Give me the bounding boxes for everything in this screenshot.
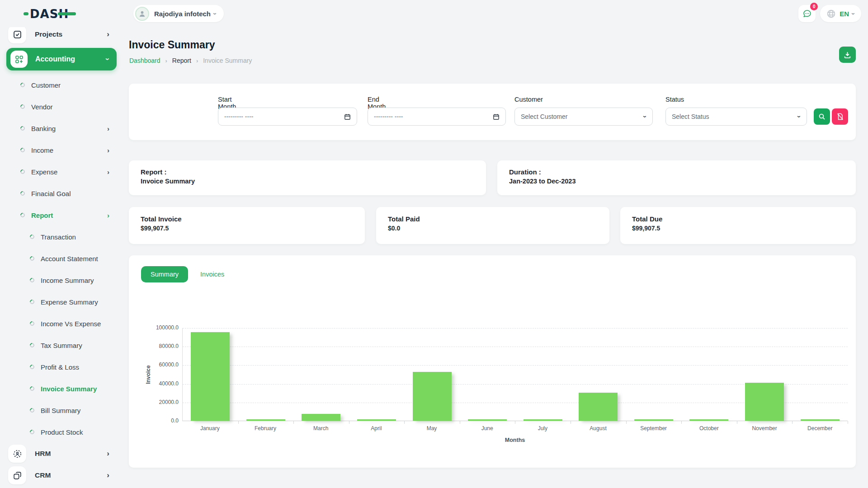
tab-invoices[interactable]: Invoices [200,271,224,278]
sidebar-item-expense[interactable]: Expense › [0,161,123,183]
sidebar-item-tax-summary[interactable]: Tax Summary [0,334,123,356]
end-month-input[interactable]: --------- ---- [368,108,506,126]
sidebar-item-bill-summary[interactable]: Bill Summary [0,399,123,421]
sidebar-item-profit-loss[interactable]: Profit & Loss [0,356,123,378]
sidebar-item-banking[interactable]: Banking › [0,117,123,139]
sidebar-item-label: Vendor [31,103,123,111]
sidebar-item-income-summary[interactable]: Income Summary [0,269,123,291]
chart-bar-slot [293,328,349,421]
sidebar-item-projects[interactable]: Projects › [0,27,123,45]
sidebar-item-label: Customer [31,81,123,89]
chart-bar-october [689,419,728,421]
chart-bar-slot [460,328,515,421]
calendar-icon [493,113,500,120]
chart-bar-slot [515,328,571,421]
sidebar-item-hrm[interactable]: HRM › [0,443,123,465]
sidebar-item-report[interactable]: Report › [0,204,123,226]
sidebar-item-income-vs-expense[interactable]: Income Vs Expense [0,313,123,334]
y-tick-label: 40000.0 [159,380,179,387]
sidebar-item-label: HRM [35,450,107,458]
chart-bar-august [579,393,618,421]
sidebar-item-vendor[interactable]: Vendor [0,96,123,117]
chevron-right-icon: › [107,449,109,458]
sidebar-item-label: Transaction [41,233,123,241]
x-tick-label: March [293,425,349,432]
duration-label: Duration : [509,168,844,176]
main-content: Invoice Summary Dashboard › Report › Inv… [129,27,856,488]
sidebar: Projects › Accounting › Customer Vendor … [0,27,123,488]
x-axis-title: Months [182,437,848,443]
apply-filter-button[interactable] [814,108,830,125]
x-tick-label: February [238,425,293,432]
invoice-bar-chart: Invoice 100000.080000.060000.040000.0200… [142,328,848,443]
x-tick-label: January [182,425,238,432]
globe-icon [826,9,836,19]
sidebar-item-income[interactable]: Income › [0,139,123,161]
start-month-input[interactable]: --------- ---- [218,108,357,126]
sidebar-item-account-statement[interactable]: Account Statement [0,248,123,269]
sidebar-item-expense-summary[interactable]: Expense Summary [0,291,123,313]
messages-button[interactable]: 0 [798,5,816,22]
chart-x-labels: JanuaryFebruaryMarchAprilMayJuneJulyAugu… [182,425,848,432]
sidebar-item-label: Finacial Goal [31,190,123,197]
chart-bar-february [246,419,285,421]
x-tick-label: September [626,425,681,432]
dash-logo-icon: DASH [24,6,77,21]
report-card: Report : Invoice Summary [129,160,486,195]
app-logo[interactable]: DASH [24,6,77,21]
customer-select[interactable]: Select Customer › [514,108,653,126]
status-select[interactable]: Select Status › [665,108,807,126]
chevron-right-icon: › [107,471,109,480]
breadcrumb-report[interactable]: Report [172,57,191,64]
total-invoice-value: $99,907.5 [141,225,353,232]
bullet-icon [29,320,35,327]
chevron-right-icon: › [107,168,109,176]
sidebar-item-transaction[interactable]: Transaction [0,226,123,248]
chart-bar-slot [349,328,405,421]
start-month-value: --------- ---- [224,113,254,120]
chat-icon [802,9,812,19]
end-month-value: --------- ---- [374,113,403,120]
chevron-down-icon: › [850,13,857,15]
calendar-icon [344,113,351,120]
sidebar-item-invoice-summary[interactable]: Invoice Summary [0,378,123,399]
reset-icon [837,113,844,120]
chart-bar-slot [238,328,294,421]
chevron-right-icon: › [107,30,109,39]
sidebar-item-accounting[interactable]: Accounting › [6,48,117,70]
chart-bar-slot [792,328,848,421]
bullet-icon [19,147,26,153]
sidebar-item-label: Tax Summary [41,342,123,349]
sidebar-item-finacial-goal[interactable]: Finacial Goal [0,183,123,204]
sidebar-item-crm[interactable]: CRM › [0,465,123,486]
x-tick-label: May [404,425,460,432]
chevron-down-icon: › [796,116,803,118]
y-axis-title-col: Invoice [142,328,154,421]
download-button[interactable] [839,47,856,63]
breadcrumb-separator-icon: › [165,57,167,64]
bullet-icon [29,234,35,240]
chart-bar-march [302,414,340,421]
chart-bar-november [745,383,784,421]
customer-value: Select Customer [521,113,567,120]
total-paid-value: $0.0 [388,225,598,232]
language-selector[interactable]: EN › [820,5,861,22]
duration-value: Jan-2023 to Dec-2023 [509,178,844,185]
download-icon [844,51,851,59]
breadcrumb-dashboard[interactable]: Dashboard [129,57,160,64]
sidebar-item-customer[interactable]: Customer [0,74,123,96]
company-selector[interactable]: Rajodiya infotech › [133,5,224,22]
sidebar-item-label: Income [31,146,107,154]
reset-filter-button[interactable] [832,108,848,125]
total-paid-card: Total Paid $0.0 [376,207,609,244]
sidebar-item-label: Invoice Summary [41,385,123,393]
tab-summary[interactable]: Summary [141,266,188,282]
page-title: Invoice Summary [129,39,215,51]
bullet-icon [19,103,26,110]
total-invoice-label: Total Invoice [141,215,353,223]
sidebar-item-product-stock[interactable]: Product Stock [0,421,123,443]
breadcrumb-separator-icon: › [196,57,198,64]
chart-bar-slot [571,328,626,421]
y-axis-title: Invoice [145,365,151,384]
company-avatar [135,7,149,21]
